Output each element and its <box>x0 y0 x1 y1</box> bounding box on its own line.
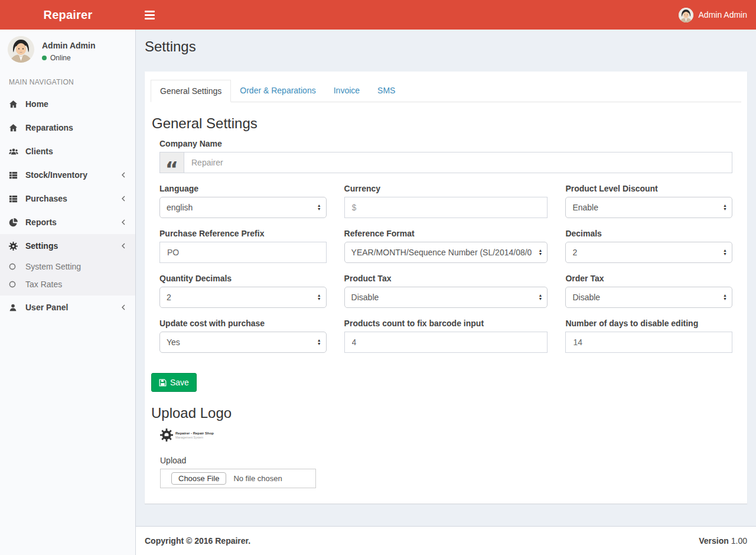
select-value: Disable <box>351 293 532 302</box>
sidebar-menu: Home Reparations Clients <box>0 92 135 319</box>
decimals-label: Decimals <box>565 229 732 238</box>
home-icon <box>9 124 21 132</box>
upload-label: Upload <box>160 456 741 465</box>
products-count-input[interactable] <box>344 332 548 353</box>
list-icon <box>9 171 21 180</box>
currency-group: Currency <box>344 184 548 218</box>
sidebar-section-header: MAIN NAVIGATION <box>0 69 135 92</box>
chevron-left-icon <box>120 219 126 226</box>
product-tax-label: Product Tax <box>344 274 548 283</box>
gear-wrench-logo-icon <box>160 429 173 442</box>
select-value: 2 <box>167 293 311 302</box>
sidebar-subitem-tax-rates[interactable]: Tax Rates <box>0 275 135 293</box>
order-tax-group: Order Tax Disable ▲▼ <box>565 274 732 308</box>
circle-o-icon <box>9 263 21 270</box>
currency-input[interactable] <box>344 197 548 218</box>
sidebar-item-label: Reports <box>25 218 120 227</box>
tab-invoice[interactable]: Invoice <box>325 80 369 102</box>
general-settings-form: Company Name “ Language english ▲▼ <box>151 139 741 363</box>
logo-text-line2: Management System <box>175 436 214 439</box>
choose-file-button[interactable]: Choose File <box>171 472 226 485</box>
sidebar-item-settings[interactable]: Settings <box>0 234 135 258</box>
reference-format-label: Reference Format <box>344 229 548 238</box>
chevron-left-icon <box>120 171 126 178</box>
order-tax-label: Order Tax <box>565 274 732 283</box>
sidebar: Admin Admin Online MAIN NAVIGATION Home … <box>0 30 136 555</box>
select-arrows-icon: ▲▼ <box>723 249 727 256</box>
sidebar-item-label: Home <box>25 99 126 109</box>
sidebar-item-stock-inventory[interactable]: Stock/Inventory <box>0 163 135 187</box>
purchase-reference-prefix-input[interactable] <box>159 242 327 263</box>
settings-submenu: System Setting Tax Rates <box>0 258 135 296</box>
sidebar-subitem-system-setting[interactable]: System Setting <box>0 258 135 275</box>
list-icon <box>9 194 21 203</box>
product-tax-select[interactable]: Disable ▲▼ <box>344 287 548 308</box>
sidebar-item-label: User Panel <box>25 303 120 312</box>
update-cost-group: Update cost with purchase Yes ▲▼ <box>159 319 327 353</box>
sidebar-item-reparations[interactable]: Reparations <box>0 116 135 139</box>
sidebar-item-label: Settings <box>25 241 120 251</box>
reference-format-group: Reference Format YEAR/MONTH/Sequence Num… <box>344 229 548 263</box>
version-value: 1.00 <box>731 536 747 546</box>
online-status-icon <box>42 56 47 60</box>
order-tax-select[interactable]: Disable ▲▼ <box>565 287 732 308</box>
copyright-text: Copyright © 2016 Repairer. <box>145 536 250 546</box>
user-avatar <box>8 36 34 63</box>
reference-format-select[interactable]: YEAR/MONTH/Sequence Number (SL/2014/08/0… <box>344 242 548 263</box>
sidebar-item-label: Stock/Inventory <box>25 170 120 180</box>
chevron-left-icon <box>120 195 126 202</box>
sidebar-item-clients[interactable]: Clients <box>0 139 135 163</box>
product-level-discount-select[interactable]: Enable ▲▼ <box>565 197 732 218</box>
chevron-left-icon <box>120 304 126 311</box>
tab-order-reparations[interactable]: Order & Reparations <box>231 80 324 102</box>
sidebar-item-reports[interactable]: Reports <box>0 210 135 234</box>
tab-general-settings[interactable]: General Settings <box>151 80 231 102</box>
sidebar-user-name: Admin Admin <box>42 41 95 50</box>
select-arrows-icon: ▲▼ <box>317 339 321 346</box>
save-button[interactable]: Save <box>151 373 197 392</box>
disable-editing-days-label: Number of days to disable editing <box>565 319 732 328</box>
quantity-decimals-group: Quantity Decimals 2 ▲▼ <box>159 274 327 308</box>
select-arrows-icon: ▲▼ <box>317 204 321 211</box>
quantity-decimals-select[interactable]: 2 ▲▼ <box>159 287 327 308</box>
save-icon <box>159 379 167 387</box>
logo-text-line1: Repairer - Repair Shop <box>175 431 214 436</box>
products-count-group: Products count to fix barcode input <box>344 319 548 353</box>
disable-editing-days-group: Number of days to disable editing <box>565 319 732 353</box>
company-name-input[interactable] <box>184 152 732 173</box>
products-count-label: Products count to fix barcode input <box>344 319 548 328</box>
purchase-reference-prefix-group: Purchase Reference Prefix <box>159 229 327 263</box>
select-value: Enable <box>572 203 716 212</box>
sidebar-item-label: Clients <box>25 147 126 156</box>
sidebar-settings-group: Settings System Setting <box>0 234 135 296</box>
file-upload-field[interactable]: Choose File No file chosen <box>160 469 316 488</box>
chevron-left-icon <box>120 242 126 249</box>
section-title: General Settings <box>152 115 741 132</box>
hamburger-icon <box>145 18 155 20</box>
sidebar-subitem-label: System Setting <box>25 262 81 271</box>
product-level-discount-label: Product Level Discount <box>565 184 732 193</box>
version-label: Version <box>699 536 729 546</box>
sidebar-toggle-button[interactable] <box>136 0 163 30</box>
purchase-reference-prefix-label: Purchase Reference Prefix <box>159 229 327 238</box>
select-value: english <box>167 203 311 212</box>
decimals-select[interactable]: 2 ▲▼ <box>565 242 732 263</box>
update-cost-label: Update cost with purchase <box>159 319 327 328</box>
footer: Copyright © 2016 Repairer. Version 1.00 <box>136 526 756 555</box>
sidebar-item-label: Purchases <box>25 194 120 203</box>
select-value: Yes <box>167 337 311 347</box>
language-select[interactable]: english ▲▼ <box>159 197 327 218</box>
select-value: YEAR/MONTH/Sequence Number (SL/2014/08/0 <box>351 248 532 257</box>
sidebar-user-panel: Admin Admin Online <box>0 30 135 69</box>
sidebar-item-purchases[interactable]: Purchases <box>0 187 135 210</box>
brand-logo[interactable]: Repairer <box>0 0 136 30</box>
sidebar-item-user-panel[interactable]: User Panel <box>0 296 135 319</box>
disable-editing-days-input[interactable] <box>565 332 732 353</box>
user-menu[interactable]: Admin Admin <box>670 0 756 30</box>
product-level-discount-group: Product Level Discount Enable ▲▼ <box>565 184 732 218</box>
tab-sms[interactable]: SMS <box>369 80 404 102</box>
language-group: Language english ▲▼ <box>159 184 327 218</box>
update-cost-select[interactable]: Yes ▲▼ <box>159 332 327 353</box>
sidebar-item-home[interactable]: Home <box>0 92 135 116</box>
user-status[interactable]: Online <box>42 54 95 62</box>
